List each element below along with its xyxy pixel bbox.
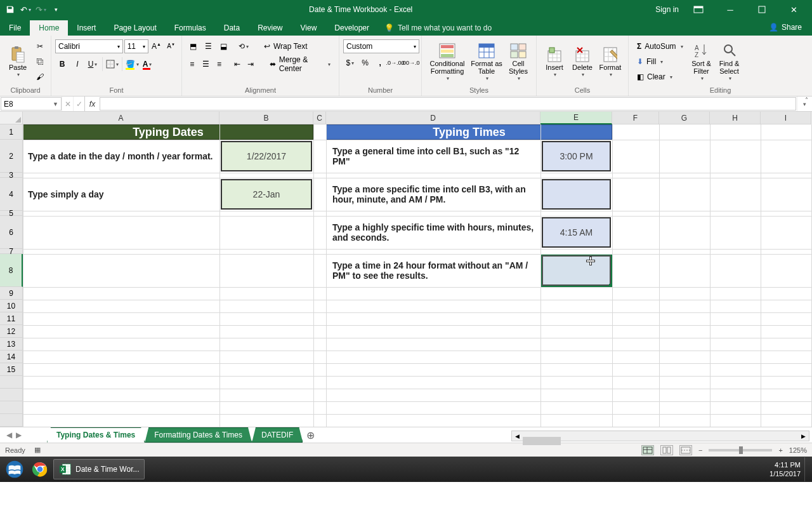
- ribbon-display-icon[interactable]: [686, 3, 710, 16]
- col-header-c[interactable]: C: [313, 112, 326, 124]
- row-header-1[interactable]: 1: [0, 124, 23, 140]
- find-select-button[interactable]: Find & Select▾: [716, 39, 743, 84]
- copy-button[interactable]: ⿻: [33, 55, 47, 69]
- underline-button[interactable]: U▾: [86, 57, 100, 71]
- sheet-nav-prev-icon[interactable]: ◀: [6, 431, 12, 439]
- cell-d2[interactable]: Type a general time into cell B1, such a…: [326, 140, 540, 173]
- font-name-combo[interactable]: Calibri▾: [55, 39, 123, 53]
- fill-button[interactable]: ⬇Fill▾: [632, 55, 688, 69]
- taskbar-chrome[interactable]: [27, 459, 53, 479]
- cell-e8[interactable]: [542, 255, 611, 286]
- decrease-decimal-button[interactable]: .00→.0: [403, 56, 417, 70]
- tab-formulas[interactable]: Formulas: [166, 20, 215, 36]
- tab-home[interactable]: Home: [30, 20, 68, 36]
- row-header-8[interactable]: 8: [0, 254, 23, 287]
- cell-d4[interactable]: Type a more specific time into cell B3, …: [326, 178, 540, 211]
- col-header-i[interactable]: I: [761, 112, 811, 124]
- row-header-2[interactable]: 2: [0, 140, 23, 173]
- col-header-b[interactable]: B: [219, 112, 313, 124]
- clear-button[interactable]: ◧Clear▾: [632, 70, 688, 84]
- cell-times-header[interactable]: Typing Times: [326, 124, 612, 140]
- align-right-button[interactable]: ≡: [213, 57, 225, 71]
- cell-dates-header[interactable]: Typing Dates: [23, 124, 313, 140]
- tab-file[interactable]: File: [0, 20, 30, 36]
- tab-developer[interactable]: Developer: [325, 20, 378, 36]
- cell-a4[interactable]: Type simply a day: [23, 178, 219, 211]
- start-button[interactable]: [3, 457, 27, 481]
- zoom-slider[interactable]: [709, 449, 772, 451]
- paste-button[interactable]: Paste ▾: [4, 43, 32, 80]
- comma-button[interactable]: ,: [373, 56, 387, 70]
- redo-icon[interactable]: ↷▾: [36, 4, 46, 15]
- cancel-formula-button[interactable]: ✕: [62, 97, 73, 111]
- expand-formula-bar-button[interactable]: ▾: [797, 97, 812, 111]
- tab-review[interactable]: Review: [249, 20, 291, 36]
- cell-a2[interactable]: Type a date in the day / month / year fo…: [23, 140, 219, 173]
- tab-data[interactable]: Data: [215, 20, 249, 36]
- new-sheet-button[interactable]: ⊕: [303, 427, 318, 443]
- col-header-g[interactable]: G: [659, 112, 710, 124]
- row-header-3[interactable]: 3: [0, 173, 23, 178]
- scroll-thumb[interactable]: [523, 437, 561, 445]
- col-header-f[interactable]: F: [612, 112, 659, 124]
- share-button[interactable]: 👤 Share: [763, 20, 808, 34]
- cells-area[interactable]: Typing Dates Typing Times Type a date in…: [23, 124, 812, 427]
- increase-indent-button[interactable]: ⇥: [245, 57, 257, 71]
- horizontal-scrollbar[interactable]: ◀ ▶: [511, 431, 809, 441]
- tell-me-search[interactable]: 💡 Tell me what you want to do: [378, 20, 498, 36]
- cell-b2[interactable]: 1/22/2017: [221, 141, 312, 171]
- row-header-14[interactable]: 14: [0, 351, 23, 363]
- sheet-tab-2[interactable]: Formatting Dates & Times: [145, 427, 252, 443]
- tab-insert[interactable]: Insert: [68, 20, 105, 36]
- col-header-e[interactable]: E: [540, 112, 612, 124]
- page-layout-view-button[interactable]: [660, 445, 673, 455]
- row-header-11[interactable]: 11: [0, 312, 23, 325]
- enter-formula-button[interactable]: ✓: [73, 97, 84, 111]
- bold-button[interactable]: B: [55, 57, 69, 71]
- row-header-10[interactable]: 10: [0, 300, 23, 312]
- tab-page-layout[interactable]: Page Layout: [105, 20, 165, 36]
- align-center-button[interactable]: ☰: [199, 57, 211, 71]
- sheet-tab-1[interactable]: Typing Dates & Times: [47, 427, 145, 443]
- cell-e2[interactable]: 3:00 PM: [542, 141, 611, 171]
- align-left-button[interactable]: ≡: [186, 57, 198, 71]
- save-icon[interactable]: [5, 4, 15, 15]
- qat-customize-icon[interactable]: ▾: [51, 4, 61, 15]
- taskbar-excel[interactable]: X Date & Time Wor...: [53, 459, 145, 479]
- cell-e4[interactable]: [542, 179, 611, 210]
- page-break-view-button[interactable]: [679, 445, 692, 455]
- col-header-a[interactable]: A: [23, 112, 219, 124]
- decrease-font-button[interactable]: A▼: [164, 39, 178, 53]
- zoom-level[interactable]: 125%: [789, 446, 807, 454]
- align-top-button[interactable]: ⬒: [186, 39, 200, 53]
- row-header-9[interactable]: 9: [0, 287, 23, 300]
- format-painter-button[interactable]: 🖌: [33, 70, 47, 84]
- tab-view[interactable]: View: [292, 20, 326, 36]
- scroll-right-icon[interactable]: ▶: [798, 431, 809, 441]
- cell-b4[interactable]: 22-Jan: [221, 179, 312, 210]
- sheet-nav-next-icon[interactable]: ▶: [16, 431, 22, 439]
- system-tray[interactable]: 4:11 PM 1/15/2017: [769, 460, 804, 479]
- align-middle-button[interactable]: ☰: [201, 39, 215, 53]
- cell-e6[interactable]: 4:15 AM: [542, 217, 611, 248]
- undo-icon[interactable]: ↶▾: [20, 4, 30, 15]
- accounting-button[interactable]: $▾: [343, 56, 357, 70]
- autosum-button[interactable]: ΣAutoSum▾: [632, 39, 688, 53]
- insert-function-button[interactable]: fx: [84, 97, 100, 111]
- row-header-4[interactable]: 4: [0, 178, 23, 211]
- font-color-button[interactable]: A▾: [140, 57, 154, 71]
- sort-filter-button[interactable]: AZSort & Filter▾: [688, 39, 716, 84]
- merge-center-button[interactable]: ⬌Merge & Center▾: [265, 57, 335, 71]
- select-all-corner[interactable]: [0, 112, 23, 124]
- row-header-5[interactable]: 5: [0, 211, 23, 216]
- orientation-button[interactable]: ⟲▾: [237, 39, 251, 53]
- show-desktop-button[interactable]: [804, 457, 809, 481]
- format-cells-button[interactable]: Format▾: [596, 43, 624, 80]
- sheet-tab-3[interactable]: DATEDIF: [252, 427, 303, 443]
- signin-link[interactable]: Sign in: [655, 5, 679, 14]
- wrap-text-button[interactable]: ↩Wrap Text: [259, 39, 312, 53]
- fill-color-button[interactable]: 🪣▾: [125, 57, 139, 71]
- row-header-13[interactable]: 13: [0, 338, 23, 351]
- scroll-left-icon[interactable]: ◀: [512, 431, 523, 441]
- cell-d8[interactable]: Type a time in 24 hour format without an…: [326, 254, 540, 287]
